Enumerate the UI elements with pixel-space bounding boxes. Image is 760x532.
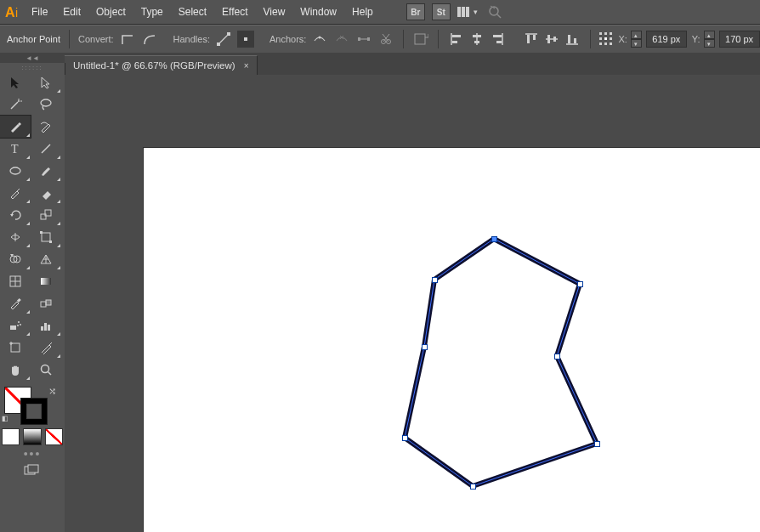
pen-tool[interactable] — [0, 116, 31, 138]
gradient-tool[interactable] — [31, 270, 61, 292]
close-icon[interactable]: × — [244, 61, 249, 71]
y-spinner[interactable]: ▴▾ — [704, 31, 715, 48]
document-tab[interactable]: Untitled-1* @ 66.67% (RGB/Preview) × — [65, 55, 258, 75]
selection-tool[interactable] — [0, 71, 31, 93]
symbol-sprayer-tool[interactable] — [0, 314, 31, 337]
width-tool[interactable] — [0, 226, 31, 248]
menu-object[interactable]: Object — [88, 0, 133, 24]
direct-selection-tool[interactable] — [31, 71, 61, 93]
svg-rect-14 — [367, 37, 370, 41]
svg-rect-33 — [547, 35, 550, 43]
anchors-add-icon[interactable] — [333, 31, 350, 48]
svg-rect-53 — [42, 233, 50, 241]
control-bar: Anchor Point Convert: Handles: Anchors: … — [0, 25, 760, 54]
align-top-icon[interactable] — [522, 31, 541, 48]
anchor-point[interactable] — [577, 281, 583, 287]
line-segment-tool[interactable] — [31, 138, 61, 160]
x-label: X: — [618, 34, 627, 44]
rotate-tool[interactable] — [0, 204, 31, 226]
svg-point-70 — [18, 321, 20, 323]
toolbox-grip[interactable]: :::::: — [0, 63, 65, 71]
blend-tool[interactable] — [31, 292, 61, 314]
align-hcenter-icon[interactable] — [468, 31, 486, 48]
vector-path[interactable] — [143, 147, 760, 532]
anchor-point[interactable] — [422, 344, 428, 350]
bridge-button[interactable]: Br — [406, 3, 425, 20]
anchor-point[interactable] — [491, 236, 497, 242]
svg-line-48 — [17, 189, 20, 191]
anchors-cut-icon[interactable] — [377, 31, 394, 48]
swap-fill-stroke-icon[interactable]: ⤭ — [48, 386, 56, 397]
svg-rect-36 — [568, 35, 570, 43]
arrange-documents-button[interactable]: ▾ — [457, 5, 479, 19]
scale-tool[interactable] — [31, 204, 61, 226]
lasso-tool[interactable] — [31, 93, 61, 116]
menu-help[interactable]: Help — [344, 0, 381, 24]
svg-point-44 — [41, 99, 51, 106]
toolbox-collapse-handle[interactable]: ◄◄ — [0, 53, 65, 63]
artboard[interactable] — [143, 147, 760, 532]
svg-point-41 — [18, 100, 20, 102]
zoom-tool[interactable] — [31, 359, 61, 381]
pencil-tool[interactable] — [0, 182, 31, 204]
handles-hide-icon[interactable] — [237, 31, 254, 48]
isolate-icon[interactable] — [412, 31, 429, 48]
x-value-field[interactable]: 619 px — [646, 31, 687, 48]
menu-effect[interactable]: Effect — [214, 0, 255, 24]
eyedropper-tool[interactable] — [0, 292, 31, 314]
work-area[interactable] — [65, 75, 760, 532]
align-right-icon[interactable] — [488, 31, 507, 48]
svg-point-9 — [319, 37, 321, 39]
svg-rect-27 — [493, 35, 502, 37]
paintbrush-tool[interactable] — [31, 160, 61, 182]
rectangle-tool[interactable] — [0, 160, 31, 182]
type-tool[interactable]: T — [0, 138, 31, 160]
align-left-icon[interactable] — [447, 31, 466, 48]
default-fill-stroke-icon[interactable]: ◧ — [2, 415, 9, 422]
stock-button[interactable]: St — [432, 3, 451, 20]
menu-window[interactable]: Window — [292, 0, 344, 24]
shape-builder-tool[interactable] — [0, 248, 31, 270]
artboard-tool[interactable] — [0, 337, 31, 359]
menubar: Ai File Edit Object Type Select Effect V… — [0, 0, 760, 25]
anchors-connect-icon[interactable] — [355, 31, 372, 48]
perspective-grid-tool[interactable] — [31, 248, 61, 270]
column-graph-tool[interactable] — [31, 314, 61, 337]
anchor-point[interactable] — [554, 354, 560, 359]
anchor-point[interactable] — [594, 441, 600, 447]
convert-corner-icon[interactable] — [119, 31, 136, 48]
hand-tool[interactable] — [0, 359, 31, 381]
free-transform-tool[interactable] — [31, 226, 61, 248]
color-mode-solid[interactable] — [2, 428, 20, 445]
x-spinner[interactable]: ▴▾ — [631, 31, 642, 48]
handles-show-icon[interactable] — [215, 31, 232, 48]
stroke-swatch[interactable] — [20, 398, 48, 425]
screen-mode-tool[interactable] — [0, 461, 65, 481]
anchor-point[interactable] — [470, 484, 476, 490]
fill-stroke-swatch[interactable]: ⤭ ◧ — [0, 384, 65, 423]
magic-wand-tool[interactable] — [0, 93, 31, 116]
svg-line-3 — [497, 14, 501, 18]
search-icon[interactable] — [486, 3, 503, 20]
menu-select[interactable]: Select — [171, 0, 214, 24]
menu-file[interactable]: File — [24, 0, 55, 24]
reference-point-grid[interactable] — [599, 32, 613, 46]
y-value-field[interactable]: 170 px — [719, 31, 760, 48]
menu-view[interactable]: View — [256, 0, 293, 24]
menu-edit[interactable]: Edit — [55, 0, 88, 24]
toolbox-more-icon[interactable]: ••• — [0, 447, 65, 461]
anchor-point[interactable] — [402, 435, 408, 441]
menu-type[interactable]: Type — [133, 0, 171, 24]
anchors-remove-icon[interactable] — [311, 31, 328, 48]
eraser-tool[interactable] — [31, 182, 61, 204]
color-mode-none[interactable] — [45, 428, 63, 445]
anchor-point[interactable] — [432, 277, 438, 283]
align-vcenter-icon[interactable] — [542, 31, 561, 48]
slice-tool[interactable] — [31, 337, 61, 359]
curvature-tool[interactable] — [31, 116, 61, 138]
convert-smooth-icon[interactable] — [141, 31, 158, 48]
svg-point-71 — [20, 324, 21, 325]
mesh-tool[interactable] — [0, 270, 31, 292]
color-mode-gradient[interactable] — [23, 428, 41, 445]
align-bottom-icon[interactable] — [563, 31, 581, 48]
